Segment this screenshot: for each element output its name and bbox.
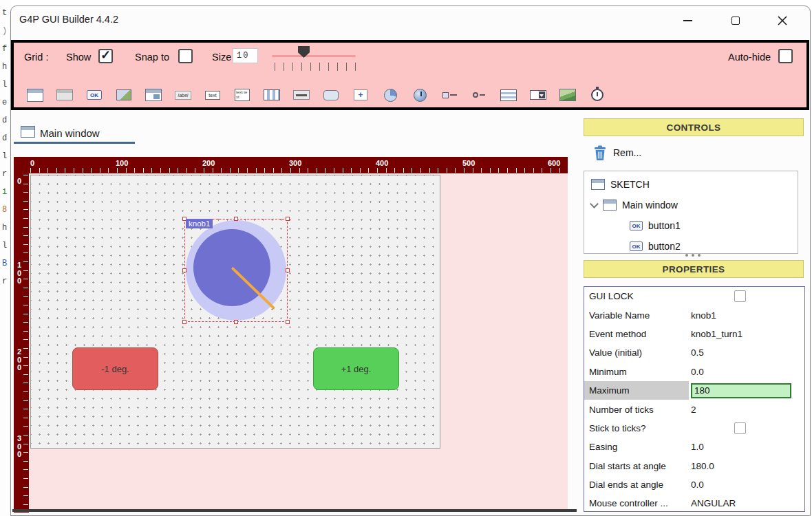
slider-label-icon[interactable]: [440, 87, 458, 103]
screen: t ) f h l e d d l r i 8 h l B r G4P GUI …: [0, 0, 812, 516]
h-ruler-label: 400: [376, 159, 388, 167]
tab-main-window[interactable]: Main window: [40, 127, 100, 139]
window-icon[interactable]: [26, 87, 44, 103]
properties-section-header[interactable]: PROPERTIES: [584, 260, 804, 278]
maximum-value-input[interactable]: [691, 383, 791, 398]
droplist-icon[interactable]: [529, 87, 547, 103]
dial-icon-glyph: [384, 89, 397, 102]
remove-button-label: Rem...: [613, 147, 641, 158]
minimize-button[interactable]: [674, 11, 701, 30]
property-label: Easing: [584, 438, 689, 456]
stepper-icon[interactable]: [470, 87, 488, 103]
resize-handle-s[interactable]: [234, 320, 238, 324]
property-label: Number of ticks: [584, 400, 689, 418]
resize-handle-w[interactable]: [182, 268, 186, 272]
tree-item-button2[interactable]: OK button2: [630, 237, 681, 255]
window-image-icon[interactable]: [145, 87, 162, 103]
knob-icon[interactable]: [411, 87, 429, 103]
code-char: f: [2, 44, 7, 54]
property-row-maximum: Maximum: [584, 381, 804, 400]
checkbox-group-icon[interactable]: [263, 87, 281, 103]
grid-size-input[interactable]: [233, 48, 258, 63]
property-value[interactable]: 0.5: [689, 347, 804, 358]
show-checkbox[interactable]: [98, 49, 113, 63]
canvas-button-plus-label: +1 deg.: [341, 364, 372, 374]
button-icon[interactable]: OK: [85, 87, 103, 103]
close-button[interactable]: [769, 11, 795, 30]
textarea-icon-glyph: text text: [235, 89, 250, 101]
property-label: Variable Name: [584, 305, 689, 324]
control-palette: OK label text text text +: [26, 85, 606, 105]
code-char: h: [2, 223, 7, 233]
custom-control-icon[interactable]: +: [352, 87, 370, 103]
v-ruler-label: 0: [17, 178, 24, 186]
label-icon[interactable]: label: [174, 87, 192, 103]
grid-size-slider-track[interactable]: [272, 55, 356, 57]
tree-item-label: SKETCH: [610, 179, 650, 190]
dial-icon[interactable]: [381, 87, 399, 103]
listbox-icon[interactable]: [500, 87, 517, 103]
controls-header-label: CONTROLS: [667, 122, 721, 133]
slider-icon-glyph: [293, 90, 310, 100]
tree-item-main-window[interactable]: Main window: [591, 196, 678, 214]
code-char: l: [2, 151, 7, 161]
slider-icon[interactable]: [292, 87, 310, 103]
code-char: d: [2, 116, 7, 125]
sketch-image-icon[interactable]: [559, 87, 577, 103]
knob-name-label: knob1: [186, 219, 213, 228]
auto-hide-checkbox[interactable]: [778, 49, 793, 63]
droplist-icon-glyph: [530, 90, 546, 100]
selection-rect[interactable]: [184, 219, 288, 322]
property-value[interactable]: 0.0: [689, 480, 804, 490]
property-label-selected: Maximum: [584, 381, 689, 400]
property-value[interactable]: 0.0: [689, 367, 804, 377]
property-value[interactable]: knob1_turn1: [689, 329, 804, 339]
panel-icon[interactable]: [56, 87, 74, 103]
snap-to-checkbox[interactable]: [178, 49, 193, 63]
vertical-ruler-ticks: [23, 175, 28, 511]
close-icon: [777, 15, 788, 26]
slider-tick-marks: [275, 63, 356, 71]
canvas-button-plus-1-deg[interactable]: +1 deg.: [313, 347, 399, 390]
tooltip-icon[interactable]: [322, 87, 340, 103]
canvas-button-minus-1-deg[interactable]: -1 deg.: [72, 347, 158, 390]
canvas-button-minus-label: -1 deg.: [101, 364, 129, 374]
custom-control-icon-glyph: +: [354, 89, 367, 100]
gui-lock-checkbox[interactable]: [734, 290, 746, 302]
remove-control-button[interactable]: Rem...: [593, 142, 641, 163]
window-icon: [591, 179, 605, 190]
tree-item-sketch[interactable]: SKETCH: [591, 175, 650, 193]
controls-section-header[interactable]: CONTROLS: [584, 118, 804, 136]
property-row-dial-end-angle: Dial ends at angle 0.0: [584, 475, 804, 494]
resize-handle-n[interactable]: [234, 217, 238, 221]
image-button-icon-glyph: [116, 89, 131, 100]
code-char: B: [2, 259, 7, 268]
textfield-icon[interactable]: text: [204, 87, 222, 103]
property-value[interactable]: knob1: [689, 310, 804, 321]
resize-handle-se[interactable]: [286, 320, 290, 324]
timer-icon[interactable]: [588, 87, 606, 103]
resize-handle-sw[interactable]: [182, 320, 186, 324]
code-char: d: [2, 133, 7, 143]
image-button-icon[interactable]: [115, 87, 133, 103]
property-value[interactable]: 2: [689, 405, 804, 415]
maximize-button[interactable]: [723, 11, 749, 30]
ok-button-icon: OK: [630, 221, 643, 230]
textfield-icon-glyph: text: [205, 91, 220, 100]
splitter-grip[interactable]: [685, 254, 701, 257]
tree-item-button1[interactable]: OK button1: [630, 217, 681, 235]
tab-window-icon: [21, 126, 35, 138]
property-value[interactable]: 180.0: [689, 461, 804, 471]
property-value[interactable]: ANGULAR: [689, 498, 804, 508]
grid-label: Grid :: [24, 50, 48, 65]
resize-handle-e[interactable]: [286, 268, 290, 272]
property-label: Event method: [584, 325, 689, 343]
resize-handle-ne[interactable]: [286, 217, 290, 221]
h-ruler-label: 300: [289, 159, 301, 167]
minimize-icon: [683, 20, 692, 21]
tab-active-underline: [14, 142, 135, 144]
chevron-down-icon[interactable]: [590, 200, 599, 208]
property-value[interactable]: 1.0: [689, 442, 804, 452]
textarea-icon[interactable]: text text: [233, 87, 251, 103]
stick-to-ticks-checkbox[interactable]: [734, 422, 746, 434]
